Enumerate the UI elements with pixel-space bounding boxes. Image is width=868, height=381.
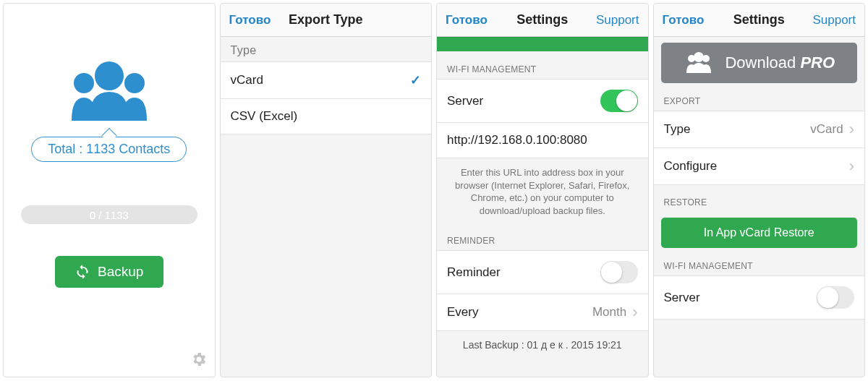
option-csv-label: CSV (Excel)	[231, 109, 298, 124]
server-toggle[interactable]	[817, 286, 854, 309]
progress-text: 0 / 1133	[90, 209, 129, 221]
svg-point-5	[694, 52, 704, 62]
section-reminder-header: REMINDER	[437, 223, 648, 250]
screen-settings-wifi: Готово Settings Support WI-FI MANAGEMENT…	[436, 3, 649, 377]
section-wifi-header: WI-FI MANAGEMENT	[654, 248, 865, 275]
row-reminder-label: Reminder	[447, 265, 501, 280]
section-wifi-header: WI-FI MANAGEMENT	[437, 51, 648, 79]
nav-done-button[interactable]: Готово	[446, 13, 488, 27]
restore-button-label: In App vCard Restore	[704, 226, 814, 239]
check-icon: ✓	[410, 72, 421, 88]
row-server-label: Server	[447, 94, 483, 108]
nav-done-button[interactable]: Готово	[229, 13, 271, 27]
last-backup-text: Last Backup : 01 д е к . 2015 19:21	[437, 330, 648, 359]
total-contacts-bubble: Total : 1133 Contacts	[31, 137, 187, 162]
backup-button[interactable]: Backup	[55, 256, 163, 288]
chevron-right-icon: ›	[849, 158, 854, 174]
section-restore-header: RESTORE	[654, 184, 865, 212]
row-configure[interactable]: Configure ›	[654, 147, 865, 185]
nav-support-link[interactable]: Support	[596, 13, 639, 27]
progress-bar: 0 / 1133	[21, 205, 197, 224]
screen-settings-main: Готово Settings Support Download PRO EXP…	[653, 3, 866, 377]
top-green-bar	[437, 37, 648, 51]
row-reminder[interactable]: Reminder	[437, 250, 648, 294]
navbar: Готово Settings Support	[437, 4, 648, 37]
pro-word: PRO	[800, 53, 835, 72]
server-toggle[interactable]	[600, 90, 638, 112]
row-configure-label: Configure	[664, 159, 718, 174]
row-type-value: vCard	[810, 122, 843, 137]
row-url[interactable]: http://192.168.0.100:8080	[437, 122, 648, 158]
refresh-icon	[75, 264, 90, 280]
row-export-type[interactable]: Type vCard›	[654, 111, 865, 148]
gear-icon[interactable]	[190, 351, 208, 371]
row-every-label: Every	[447, 305, 478, 320]
download-pro-banner[interactable]: Download PRO	[661, 43, 858, 83]
download-pro-label: Download	[725, 53, 796, 72]
backup-label: Backup	[98, 264, 143, 280]
navbar: Готово Settings Support	[654, 4, 865, 37]
chevron-right-icon: ›	[849, 121, 854, 137]
contacts-icon	[59, 56, 160, 124]
row-every-value: Month	[592, 305, 626, 320]
row-type-label: Type	[664, 122, 691, 137]
server-url-text: http://192.168.0.100:8080	[447, 133, 587, 147]
total-contacts-label: Total : 1133 Contacts	[48, 142, 170, 156]
chevron-right-icon: ›	[632, 304, 637, 320]
section-export-header: EXPORT	[654, 83, 865, 111]
svg-point-2	[95, 61, 124, 90]
screen-export-type: Готово Export Type Type vCard ✓ CSV (Exc…	[220, 3, 433, 377]
svg-point-0	[74, 73, 94, 93]
nav-done-button[interactable]: Готово	[663, 13, 705, 27]
wifi-hint-text: Enter this URL into address box in your …	[437, 158, 648, 223]
svg-point-1	[124, 73, 145, 93]
navbar: Готово Export Type	[221, 4, 432, 37]
reminder-toggle[interactable]	[600, 261, 638, 283]
row-every[interactable]: Every Month›	[437, 294, 648, 331]
people-pro-icon	[683, 51, 715, 74]
screen-main: Total : 1133 Contacts 0 / 1133 Backup	[3, 3, 216, 377]
nav-support-link[interactable]: Support	[812, 13, 856, 27]
section-header-type: Type	[221, 37, 432, 61]
row-server[interactable]: Server	[654, 275, 865, 320]
option-vcard-label: vCard	[231, 73, 263, 87]
row-server[interactable]: Server	[437, 79, 648, 123]
option-csv[interactable]: CSV (Excel)	[221, 98, 432, 134]
row-server-label: Server	[664, 291, 700, 305]
restore-button[interactable]: In App vCard Restore	[661, 218, 858, 248]
option-vcard[interactable]: vCard ✓	[221, 61, 432, 99]
